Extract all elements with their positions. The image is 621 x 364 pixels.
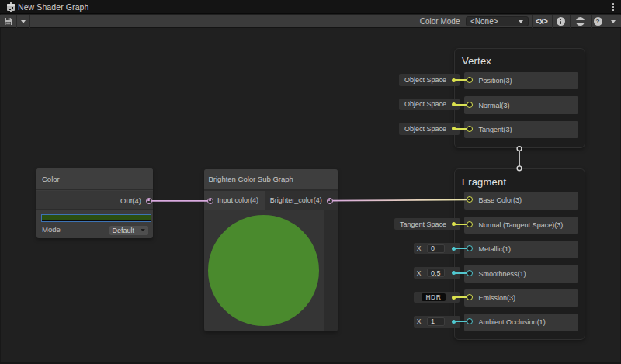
tangent-binding-dot [452, 127, 456, 130]
color-out-label: Out(4) [120, 191, 141, 210]
slot-label: Ambient Occlusion(1) [479, 318, 546, 326]
subgraph-preview[interactable] [204, 210, 324, 331]
ambientocclusion-stub-wire [455, 321, 468, 322]
slot-label: Position(3) [479, 77, 512, 85]
ambientocclusion-binding-dot [452, 320, 456, 324]
subgraph-input-label: Input color(4) [217, 191, 258, 210]
vertex-slot-normal[interactable]: Normal(3) [464, 96, 578, 114]
toolbar: Color Mode <None> <x> ? [0, 15, 621, 28]
position-port[interactable] [467, 77, 473, 83]
color-node[interactable]: Color Out(4) Mode Default [36, 168, 153, 238]
vertex-node-title: Vertex [462, 55, 491, 67]
color-mode-label: Mode [42, 224, 61, 234]
emission-binding-dot [452, 296, 456, 300]
binding-label: Tangent Space [394, 220, 446, 228]
color-node-title: Color [36, 175, 60, 183]
subgraph-node-header[interactable]: Brighten Color Sub Graph [204, 169, 338, 190]
kebab-menu-icon[interactable] [612, 3, 615, 12]
preview-sphere [208, 215, 319, 326]
subgraph-output-port[interactable] [327, 198, 333, 204]
color-out-port[interactable] [146, 198, 152, 204]
color-mode-dropdown[interactable]: Default [109, 226, 148, 235]
ambient-occlusion-value-input[interactable]: 1 [427, 317, 445, 326]
title-bar: New Shader Graph [0, 0, 621, 14]
binding-label: Object Space [399, 76, 446, 84]
port-connected-dot [147, 199, 149, 201]
shader-graph-asset-icon [7, 3, 15, 12]
normalts-binding-dot [452, 222, 456, 226]
normalts-port[interactable] [467, 221, 473, 227]
graph-inspector-button[interactable] [552, 15, 570, 28]
fragment-slot-metallic[interactable]: Metallic(1) [464, 241, 578, 258]
port-connected-dot [328, 199, 330, 201]
subgraph-input-port[interactable] [207, 198, 213, 204]
color-mode-value: <None> [467, 17, 498, 26]
fragment-slot-emission[interactable]: Emission(3) [464, 289, 578, 307]
color-mode-label: Color Mode [420, 15, 460, 28]
color-mode-value: Default [109, 227, 135, 234]
vertex-slot-position[interactable]: Position(3) [464, 72, 578, 90]
slot-label: Tangent(3) [479, 126, 512, 133]
chevron-down-icon [141, 229, 145, 231]
slot-label: Smoothness(1) [479, 270, 526, 278]
help-button[interactable]: ? [591, 15, 605, 28]
view-code-button[interactable]: <x> [532, 15, 551, 28]
window-title: New Shader Graph [18, 0, 88, 14]
fragment-slot-normal[interactable]: Normal (Tangent Space)(3) [464, 217, 578, 234]
normal-space-binding-box[interactable]: Tangent Space [394, 218, 460, 230]
metallic-value-input[interactable]: 0 [427, 244, 445, 253]
fragment-slot-smoothness[interactable]: Smoothness(1) [464, 265, 578, 283]
normal-stub-wire [455, 104, 468, 106]
tangent-binding-box[interactable]: Object Space [399, 123, 460, 134]
color-node-header[interactable]: Color [36, 168, 153, 190]
fragment-context-node[interactable]: Fragment Base Color(3) Normal (Tangent S… [454, 168, 585, 340]
normalts-stub-wire [455, 224, 468, 225]
slot-label: Emission(3) [479, 294, 516, 302]
fragment-slot-ambientocclusion[interactable]: Ambient Occlusion(1) [464, 314, 578, 331]
help-icon: ? [594, 17, 602, 26]
vertex-context-node[interactable]: Vertex Position(3) Normal(3) Tangent(3) [454, 48, 585, 148]
normal-binding-dot [452, 102, 456, 106]
save-icon [4, 17, 12, 26]
edge-subgraph-to-basecolor[interactable] [330, 199, 470, 200]
vertex-slot-tangent[interactable]: Tangent(3) [464, 121, 578, 139]
toolbar-overflow-button[interactable] [605, 15, 621, 28]
binding-label: Object Space [399, 125, 446, 133]
metallic-port[interactable] [467, 245, 473, 251]
smoothness-port[interactable] [467, 270, 473, 276]
position-stub-wire [455, 79, 468, 81]
slot-label: Normal (Tangent Space)(3) [479, 221, 564, 229]
port-connected-dot [209, 199, 210, 201]
slot-label: Base Color(3) [479, 196, 522, 204]
fragment-slot-basecolor[interactable]: Base Color(3) [464, 192, 578, 210]
fragment-node-title: Fragment [462, 176, 506, 188]
color-swatch-alpha-bar [42, 220, 151, 222]
metallic-binding-dot [452, 247, 456, 251]
graph-canvas[interactable]: Vertex Position(3) Normal(3) Tangent(3) … [0, 0, 621, 364]
info-icon [557, 17, 565, 26]
x-component-label: X [414, 244, 424, 252]
emission-port[interactable] [467, 294, 473, 300]
color-mode-dropdown[interactable]: <None> [466, 16, 529, 26]
position-binding-box[interactable]: Object Space [399, 74, 460, 85]
tangent-port[interactable] [467, 126, 473, 132]
smoothness-value-input[interactable]: 0.5 [427, 269, 445, 277]
chevron-down-icon [519, 20, 523, 23]
subgraph-node[interactable]: Brighten Color Sub Graph Input color(4) … [204, 169, 338, 332]
normal-port[interactable] [467, 102, 473, 108]
code-icon: <x> [536, 17, 548, 26]
main-preview-button[interactable] [571, 15, 591, 28]
save-options-button[interactable] [16, 15, 29, 28]
color-swatch[interactable] [41, 214, 151, 222]
hdr-badge[interactable]: HDR [422, 293, 446, 302]
save-asset-button[interactable] [0, 15, 16, 28]
smoothness-binding-dot [452, 271, 456, 275]
chevron-down-icon [611, 20, 616, 23]
binding-label: Object Space [399, 100, 446, 108]
subgraph-output-label: Brighter_color(4) [270, 191, 322, 210]
normal-binding-box[interactable]: Object Space [399, 99, 460, 110]
shader-graph-window: Vertex Position(3) Normal(3) Tangent(3) … [0, 0, 621, 364]
emission-stub-wire [455, 296, 468, 298]
x-component-label: X [414, 269, 424, 277]
slot-label: Metallic(1) [479, 245, 512, 253]
